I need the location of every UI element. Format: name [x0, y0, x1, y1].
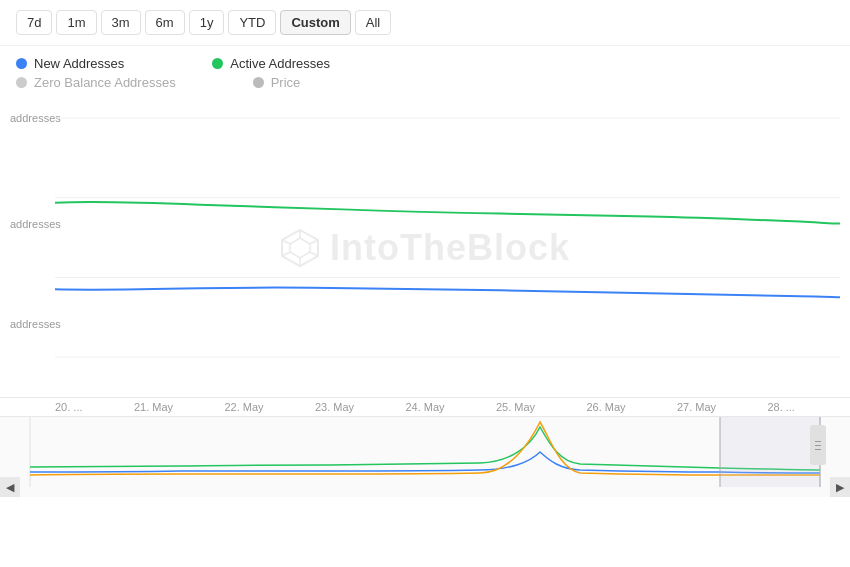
mini-chart[interactable]: 2021 2022 2023 2024 ◀ ▶	[0, 417, 850, 497]
x-label-7: 27. May	[677, 401, 716, 413]
active-addresses-dot	[212, 58, 223, 69]
x-label-5: 25. May	[496, 401, 535, 413]
time-range-bar: 7d 1m 3m 6m 1y YTD Custom All	[0, 0, 850, 46]
price-dot	[253, 77, 264, 88]
scroll-right-button[interactable]: ▶	[830, 477, 850, 497]
x-label-2: 22. May	[224, 401, 263, 413]
zero-balance-dot	[16, 77, 27, 88]
x-label-1: 21. May	[134, 401, 173, 413]
btn-6m[interactable]: 6m	[145, 10, 185, 35]
handle-line-3	[815, 449, 821, 450]
svg-rect-15	[720, 417, 820, 487]
btn-custom[interactable]: Custom	[280, 10, 350, 35]
btn-1y[interactable]: 1y	[189, 10, 225, 35]
legend-row-2: Zero Balance Addresses Price	[16, 75, 834, 90]
mini-chart-svg	[0, 417, 850, 497]
x-label-0: 20. ...	[55, 401, 83, 413]
mini-scroll-handle[interactable]	[810, 425, 826, 465]
x-label-4: 24. May	[405, 401, 444, 413]
new-addresses-dot	[16, 58, 27, 69]
btn-all[interactable]: All	[355, 10, 391, 35]
x-label-6: 26. May	[586, 401, 625, 413]
legend-price[interactable]: Price	[253, 75, 301, 90]
chart-svg	[0, 98, 850, 397]
legend-area: New Addresses Active Addresses Zero Bala…	[0, 46, 850, 98]
btn-1m[interactable]: 1m	[56, 10, 96, 35]
legend-row-1: New Addresses Active Addresses	[16, 56, 834, 71]
price-label: Price	[271, 75, 301, 90]
legend-active-addresses[interactable]: Active Addresses	[212, 56, 330, 71]
x-label-8: 28. ...	[767, 401, 795, 413]
handle-line-2	[815, 445, 821, 446]
scroll-left-button[interactable]: ◀	[0, 477, 20, 497]
active-addresses-label: Active Addresses	[230, 56, 330, 71]
legend-new-addresses[interactable]: New Addresses	[16, 56, 124, 71]
x-axis: 20. ... 21. May 22. May 23. May 24. May …	[0, 398, 850, 417]
handle-line-1	[815, 441, 821, 442]
x-label-3: 23. May	[315, 401, 354, 413]
zero-balance-label: Zero Balance Addresses	[34, 75, 176, 90]
btn-7d[interactable]: 7d	[16, 10, 52, 35]
new-addresses-label: New Addresses	[34, 56, 124, 71]
btn-3m[interactable]: 3m	[101, 10, 141, 35]
btn-ytd[interactable]: YTD	[228, 10, 276, 35]
handle-grip	[815, 441, 821, 450]
main-chart: addresses addresses addresses IntoTheBlo…	[0, 98, 850, 398]
legend-zero-balance[interactable]: Zero Balance Addresses	[16, 75, 176, 90]
